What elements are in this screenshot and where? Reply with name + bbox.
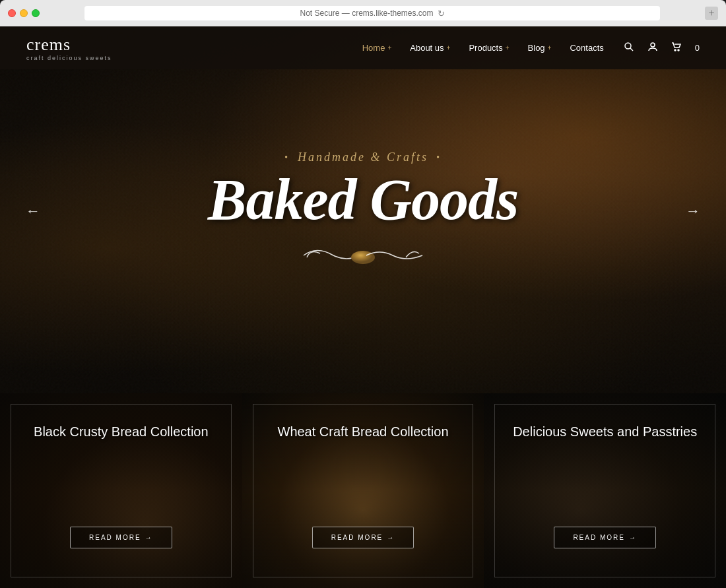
minimize-button[interactable]	[20, 9, 28, 17]
nav-dropdown-icon: +	[447, 44, 451, 51]
cart-count: 0	[695, 43, 700, 53]
card-btn-1[interactable]: READ MORE →	[70, 527, 172, 548]
nav-item-products[interactable]: Products +	[469, 43, 509, 53]
card-black-bread: Black Crusty Bread Collection READ MORE …	[0, 393, 242, 588]
hero-section: ← Handmade & Crafts Baked Goods	[0, 26, 726, 396]
card-wheat-bread: Wheat Craft Bread Collection READ MORE →	[242, 393, 484, 588]
hero-content: Handmade & Crafts Baked Goods	[208, 150, 519, 272]
hero-subtitle: Handmade & Crafts	[284, 150, 442, 164]
card-title-1: Black Crusty Bread Collection	[18, 423, 224, 441]
cart-icon[interactable]	[671, 42, 682, 55]
svg-point-1	[625, 43, 631, 49]
refresh-icon[interactable]: ↻	[438, 9, 445, 18]
address-bar[interactable]: Not Secure — crems.like-themes.com ↻	[84, 6, 660, 20]
logo-name: crems	[26, 35, 112, 55]
traffic-lights	[8, 9, 40, 17]
nav-dropdown-icon: +	[548, 44, 552, 51]
svg-point-5	[678, 49, 679, 51]
svg-point-3	[651, 43, 655, 47]
hero-prev-button[interactable]: ←	[20, 198, 46, 224]
svg-point-4	[675, 49, 676, 51]
arrow-icon: →	[387, 534, 395, 541]
nav-dropdown-icon: +	[506, 44, 510, 51]
card-title-2: Wheat Craft Bread Collection	[261, 423, 466, 441]
card-title-3: Delicious Sweets and Passtries	[502, 423, 708, 441]
website-container: ← Handmade & Crafts Baked Goods	[0, 26, 726, 588]
arrow-icon: →	[629, 534, 637, 541]
card-sweets: Delicious Sweets and Passtries READ MORE…	[484, 393, 726, 588]
hero-ornament	[297, 239, 429, 272]
nav-item-contacts[interactable]: Contacts	[570, 43, 603, 53]
new-tab-button[interactable]: +	[705, 7, 718, 20]
hero-title: Baked Goods	[208, 171, 519, 229]
hero-next-button[interactable]: →	[680, 198, 706, 224]
header-icons: 0	[624, 42, 700, 55]
card-btn-2[interactable]: READ MORE →	[312, 527, 414, 548]
maximize-button[interactable]	[32, 9, 40, 17]
user-icon[interactable]	[647, 42, 658, 55]
header: crems craft delicious sweets Home + Abou…	[0, 26, 726, 69]
svg-point-0	[351, 251, 375, 264]
arrow-icon: →	[145, 534, 153, 541]
logo[interactable]: crems craft delicious sweets	[26, 35, 112, 61]
search-icon[interactable]	[624, 42, 634, 55]
close-button[interactable]	[8, 9, 16, 17]
nav-item-about[interactable]: About us +	[410, 43, 450, 53]
nav-item-blog[interactable]: Blog +	[528, 43, 552, 53]
nav-item-home[interactable]: Home +	[362, 43, 392, 53]
cards-section: Black Crusty Bread Collection READ MORE …	[0, 393, 726, 588]
main-nav: Home + About us + Products + Blog + Cont…	[362, 43, 604, 53]
card-btn-3[interactable]: READ MORE →	[554, 527, 656, 548]
browser-chrome: Not Secure — crems.like-themes.com ↻ +	[0, 0, 726, 26]
logo-tagline: craft delicious sweets	[26, 55, 112, 61]
nav-dropdown-icon: +	[387, 44, 391, 51]
svg-line-2	[630, 48, 633, 51]
address-text: Not Secure — crems.like-themes.com	[300, 9, 433, 18]
